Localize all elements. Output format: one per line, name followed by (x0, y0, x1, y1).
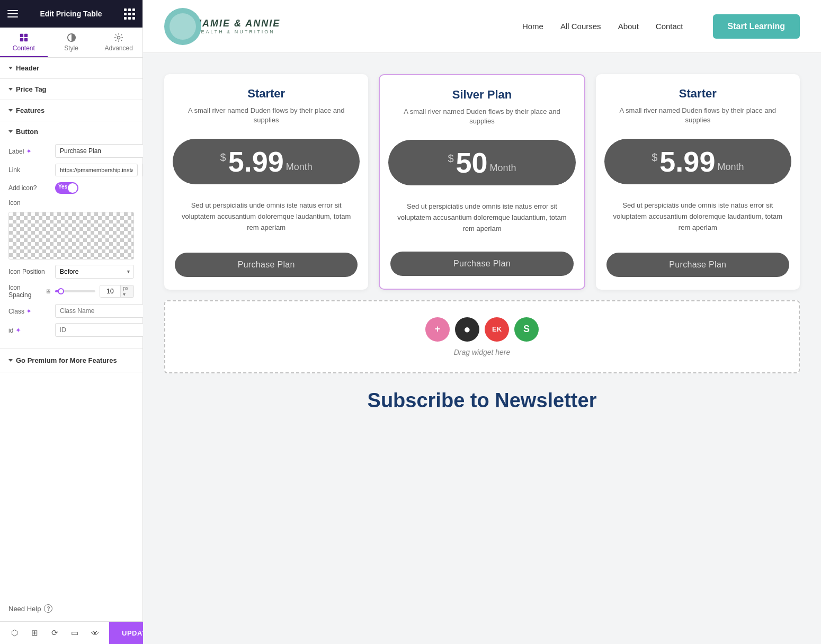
add-icon-toggle[interactable]: Yes (55, 182, 78, 194)
site-navbar: JAMIE & ANNIE Health & Nutrition Home Al… (143, 0, 821, 53)
widget-icon-s[interactable]: S (514, 317, 539, 342)
card-subtitle: A small river named Duden flows by their… (606, 106, 789, 125)
widget-icon-ek[interactable]: EK (485, 317, 509, 342)
svg-rect-1 (24, 34, 28, 37)
slider-track[interactable] (55, 290, 95, 292)
add-icon-row: Add icon? Yes (8, 182, 134, 194)
purchase-button[interactable]: Purchase Plan (175, 253, 358, 277)
px-unit-label[interactable]: px ▾ (120, 285, 133, 297)
class-star-icon: ✦ (26, 307, 32, 315)
price-tag-section-toggle[interactable]: Price Tag (0, 79, 142, 100)
price-tag-arrow-icon (8, 88, 13, 91)
features-section-label: Features (16, 106, 44, 114)
price-currency: $ (652, 151, 657, 164)
price-amount: 5.99 (228, 147, 284, 176)
site-logo: JAMIE & ANNIE Health & Nutrition (164, 8, 280, 45)
nav-home[interactable]: Home (522, 22, 543, 31)
logo-name: JAMIE & ANNIE (196, 18, 280, 29)
drag-hint: Drag widget here (454, 348, 511, 356)
logo-inner-circle (169, 13, 196, 40)
id-star-icon: ✦ (15, 326, 21, 334)
features-arrow-icon (8, 109, 13, 112)
nav-all-courses[interactable]: All Courses (560, 22, 601, 31)
purchase-button[interactable]: Purchase Plan (390, 252, 573, 276)
logo-circle (164, 8, 201, 45)
need-help-label: Need Help (8, 605, 41, 613)
px-input-wrapper: px ▾ (100, 285, 134, 298)
toggle-yes-label: Yes (58, 184, 67, 190)
svg-rect-2 (20, 38, 23, 41)
tab-style[interactable]: Style (48, 28, 95, 57)
add-icon-label: Add icon? (8, 184, 51, 192)
tab-advanced[interactable]: Advanced (95, 28, 142, 57)
pricing-card-silver-plan: Silver Plan A small river named Duden fl… (379, 74, 585, 290)
layers-icon[interactable]: ⬡ (6, 625, 22, 641)
bottom-icons-row: ⬡ ⊞ ⟳ ▭ 👁 (0, 622, 109, 644)
logo-tagline: Health & Nutrition (196, 29, 280, 34)
widget-icon-plus[interactable]: + (425, 317, 450, 342)
card-btn-wrap: Purchase Plan (380, 243, 584, 289)
label-field-row: Label ✦ ☰ (8, 144, 134, 158)
tab-style-label: Style (64, 44, 78, 52)
widget-icon-circle[interactable]: ● (455, 317, 479, 342)
toggle-switch[interactable]: Yes (55, 182, 78, 194)
grid-menu-icon[interactable] (124, 8, 135, 20)
panel-topbar: Edit Pricing Table (0, 0, 142, 28)
icon-field-label: Icon (8, 199, 51, 207)
class-field-row: Class ✦ ☰ (8, 304, 134, 318)
header-section: Header (0, 58, 142, 79)
nav-contact[interactable]: Contact (656, 22, 683, 31)
nav-about[interactable]: About (618, 22, 639, 31)
hamburger-menu-icon[interactable] (7, 8, 18, 19)
price-currency: $ (220, 151, 226, 164)
class-input[interactable] (55, 304, 144, 318)
button-section-body: Label ✦ ☰ Link ⚙ ☰ Add icon? Yes (0, 142, 142, 348)
history-icon[interactable]: ⟳ (47, 625, 63, 641)
price-amount: 5.99 (659, 147, 715, 176)
button-section-toggle[interactable]: Button (0, 121, 142, 142)
price-amount: 50 (456, 148, 488, 177)
button-arrow-icon (8, 130, 13, 133)
panel-bottom: ⬡ ⊞ ⟳ ▭ 👁 UPDATE ▲ (0, 621, 142, 644)
widget-drop-zone[interactable]: + ● EK S Drag widget here (164, 300, 800, 373)
icon-position-select[interactable]: Before After (55, 265, 134, 279)
card-subtitle: A small river named Duden flows by their… (175, 106, 358, 125)
card-title: Starter (175, 87, 358, 101)
tablet-icon[interactable]: ▭ (67, 625, 83, 641)
tab-advanced-label: Advanced (104, 44, 132, 52)
premium-section[interactable]: Go Premium for More Features (0, 349, 142, 372)
id-input[interactable] (55, 323, 144, 337)
card-title: Starter (606, 87, 789, 101)
premium-arrow-icon (8, 359, 13, 362)
svg-rect-3 (24, 38, 28, 41)
icon-preview (8, 212, 134, 260)
header-section-toggle[interactable]: Header (0, 58, 142, 78)
icon-spacing-slider[interactable] (55, 290, 95, 292)
price-tag-section: Price Tag (0, 79, 142, 100)
icon-position-wrapper[interactable]: Before After (55, 265, 134, 279)
label-input[interactable] (55, 144, 144, 158)
button-section: Button Label ✦ ☰ Link ⚙ ☰ Add icon? (0, 121, 142, 349)
svg-point-5 (117, 36, 120, 39)
features-section-toggle[interactable]: Features (0, 100, 142, 121)
icon-spacing-label: Icon Spacing 🖥 (8, 284, 51, 299)
icon-spacing-input[interactable] (100, 285, 120, 297)
id-field-row: id ✦ ☰ (8, 323, 134, 337)
stack-icon[interactable]: ⊞ (26, 625, 42, 641)
start-learning-button[interactable]: Start Learning (713, 14, 800, 39)
tab-content-label: Content (13, 44, 35, 52)
logo-text-block: JAMIE & ANNIE Health & Nutrition (196, 18, 280, 34)
eye-icon[interactable]: 👁 (87, 625, 103, 641)
slider-thumb[interactable] (58, 288, 64, 294)
label-field-label: Label ✦ (8, 147, 51, 155)
link-input[interactable] (55, 164, 138, 176)
card-description: Sed ut perspiciatis unde omnis iste natu… (596, 192, 800, 244)
price-currency: $ (448, 153, 453, 165)
help-circle-icon[interactable]: ? (44, 604, 52, 613)
label-star-icon: ✦ (26, 147, 32, 155)
tab-content[interactable]: Content (0, 28, 48, 57)
link-field-label: Link (8, 166, 51, 174)
need-help-row[interactable]: Need Help ? (0, 596, 142, 621)
card-btn-wrap: Purchase Plan (596, 244, 800, 290)
purchase-button[interactable]: Purchase Plan (606, 253, 789, 277)
